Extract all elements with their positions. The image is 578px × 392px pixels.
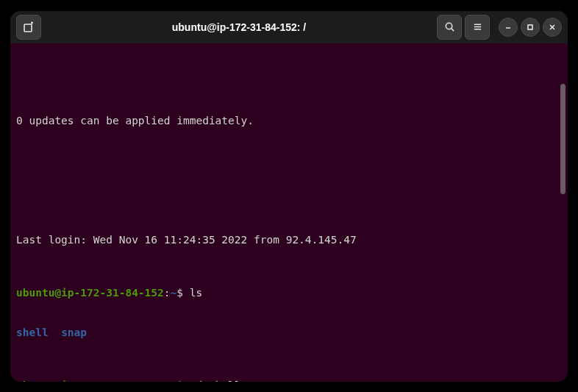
new-tab-icon [23,21,35,33]
output-line: Last login: Wed Nov 16 11:24:35 2022 fro… [16,233,562,246]
prompt-line: ubuntu@ip-172-31-84-152:~$ cd shell [16,379,562,382]
search-icon [444,21,455,32]
svg-rect-0 [24,24,32,32]
terminal-content[interactable]: 0 updates can be applied immediately. La… [10,43,568,382]
output-line: shell snap [16,326,562,339]
search-button[interactable] [437,15,462,40]
output-line: 0 updates can be applied immediately. [16,114,562,127]
hamburger-icon [472,21,483,32]
close-icon [548,23,557,32]
svg-rect-2 [528,25,532,29]
maximize-icon [526,23,535,32]
maximize-button[interactable] [521,18,540,37]
close-button[interactable] [543,18,562,37]
titlebar: ubuntu@ip-172-31-84-152: / [10,11,568,43]
minimize-button[interactable] [499,18,518,37]
new-tab-button[interactable] [16,15,41,40]
minimize-icon [504,23,513,32]
window-title: ubuntu@ip-172-31-84-152: / [41,21,437,33]
scrollbar[interactable] [560,84,565,194]
menu-button[interactable] [465,15,490,40]
window-controls [437,15,562,40]
svg-point-1 [446,23,452,29]
terminal-window: ubuntu@ip-172-31-84-152: / [10,11,568,382]
prompt-line: ubuntu@ip-172-31-84-152:~$ ls [16,286,562,299]
